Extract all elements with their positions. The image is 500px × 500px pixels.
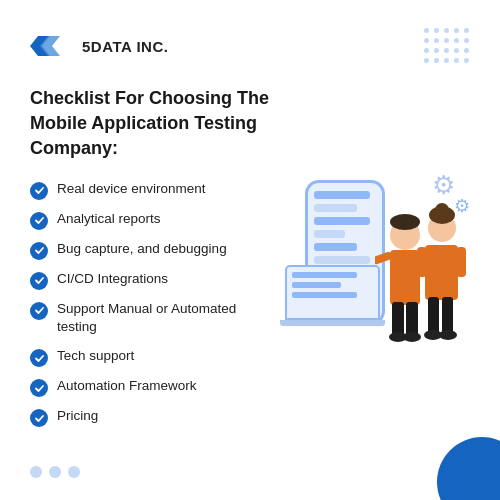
checklist-item: CI/CD Integrations bbox=[30, 270, 275, 290]
decorative-circle bbox=[437, 437, 500, 500]
header: 5DATA INC. bbox=[30, 28, 470, 64]
checklist-item-text: Bug capture, and debugging bbox=[57, 240, 227, 259]
laptop-mockup bbox=[285, 265, 380, 330]
check-icon bbox=[30, 212, 48, 230]
check-icon bbox=[30, 379, 48, 397]
checklist-item-text: Tech support bbox=[57, 347, 134, 366]
checklist-item: Support Manual or Automated testing bbox=[30, 300, 275, 338]
bottom-dots bbox=[30, 466, 80, 478]
svg-point-14 bbox=[435, 203, 449, 217]
checklist-item: Analytical reports bbox=[30, 210, 275, 230]
logo-text: 5DATA INC. bbox=[82, 38, 168, 55]
bottom-dot-3 bbox=[68, 466, 80, 478]
logo-area: 5DATA INC. bbox=[30, 30, 168, 62]
checklist: Real device environmentAnalytical report… bbox=[30, 180, 275, 438]
bottom-dot-2 bbox=[49, 466, 61, 478]
checklist-item-text: Automation Framework bbox=[57, 377, 197, 396]
svg-rect-11 bbox=[425, 245, 458, 300]
logo-icon bbox=[30, 30, 72, 62]
checklist-item-text: Real device environment bbox=[57, 180, 206, 199]
checklist-item-text: Analytical reports bbox=[57, 210, 161, 229]
svg-rect-16 bbox=[442, 297, 453, 335]
page-container: 5DATA INC. Checklist For Choosing The Mo… bbox=[0, 0, 500, 500]
decorative-dots-grid bbox=[424, 28, 470, 64]
check-icon bbox=[30, 349, 48, 367]
check-icon bbox=[30, 182, 48, 200]
check-icon bbox=[30, 242, 48, 260]
svg-rect-18 bbox=[456, 247, 466, 277]
bottom-dot-1 bbox=[30, 466, 42, 478]
check-icon bbox=[30, 302, 48, 320]
svg-rect-17 bbox=[417, 247, 427, 277]
page-title: Checklist For Choosing The Mobile Applic… bbox=[30, 86, 290, 162]
checklist-item: Bug capture, and debugging bbox=[30, 240, 275, 260]
checklist-item: Tech support bbox=[30, 347, 275, 367]
checklist-item: Real device environment bbox=[30, 180, 275, 200]
svg-rect-5 bbox=[392, 302, 404, 337]
person2-illustration bbox=[415, 190, 470, 345]
svg-point-20 bbox=[439, 330, 457, 340]
checklist-item: Automation Framework bbox=[30, 377, 275, 397]
checklist-item-text: Pricing bbox=[57, 407, 98, 426]
check-icon bbox=[30, 272, 48, 290]
svg-rect-15 bbox=[428, 297, 439, 335]
checklist-item: Pricing bbox=[30, 407, 275, 427]
checklist-item-text: Support Manual or Automated testing bbox=[57, 300, 275, 338]
illustration: ⚙ ⚙ bbox=[285, 170, 470, 390]
content-area: Real device environmentAnalytical report… bbox=[30, 180, 470, 438]
check-icon bbox=[30, 409, 48, 427]
checklist-item-text: CI/CD Integrations bbox=[57, 270, 168, 289]
